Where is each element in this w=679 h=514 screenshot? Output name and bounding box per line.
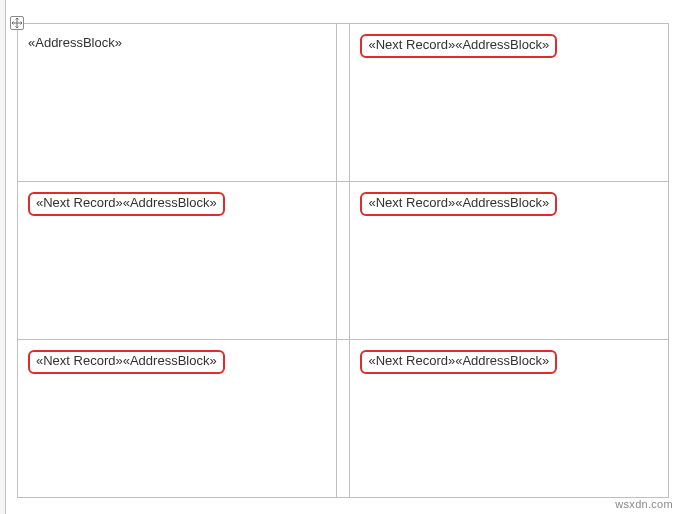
table-row: «AddressBlock» «Next Record»«AddressBloc… [18, 24, 669, 182]
label-cell-r1c1[interactable]: «AddressBlock» [18, 24, 337, 182]
merge-field: «Next Record»«AddressBlock» [360, 195, 557, 210]
table-gutter [336, 24, 350, 182]
label-cell-r2c2[interactable]: «Next Record»«AddressBlock» [350, 182, 669, 340]
table-gutter [336, 182, 350, 340]
label-cell-r3c2[interactable]: «Next Record»«AddressBlock» [350, 340, 669, 498]
merge-field: «Next Record»«AddressBlock» [28, 195, 225, 210]
mail-merge-label-table[interactable]: «AddressBlock» «Next Record»«AddressBloc… [17, 23, 669, 498]
watermark: wsxdn.com [615, 498, 673, 510]
highlight-box: «Next Record»«AddressBlock» [360, 350, 557, 374]
table-row: «Next Record»«AddressBlock» «Next Record… [18, 340, 669, 498]
highlight-box: «Next Record»«AddressBlock» [28, 192, 225, 216]
merge-field: «Next Record»«AddressBlock» [28, 353, 225, 368]
highlight-box: «Next Record»«AddressBlock» [360, 34, 557, 58]
merge-field: «Next Record»«AddressBlock» [360, 353, 557, 368]
label-cell-r1c2[interactable]: «Next Record»«AddressBlock» [350, 24, 669, 182]
merge-field: «Next Record»«AddressBlock» [360, 37, 557, 52]
label-cell-r2c1[interactable]: «Next Record»«AddressBlock» [18, 182, 337, 340]
table-row: «Next Record»«AddressBlock» «Next Record… [18, 182, 669, 340]
table-gutter [336, 340, 350, 498]
label-cell-r3c1[interactable]: «Next Record»«AddressBlock» [18, 340, 337, 498]
merge-field: «AddressBlock» [28, 35, 122, 50]
page-margin-left [0, 0, 6, 514]
table-move-handle-icon[interactable] [10, 16, 24, 30]
highlight-box: «Next Record»«AddressBlock» [28, 350, 225, 374]
highlight-box: «Next Record»«AddressBlock» [360, 192, 557, 216]
